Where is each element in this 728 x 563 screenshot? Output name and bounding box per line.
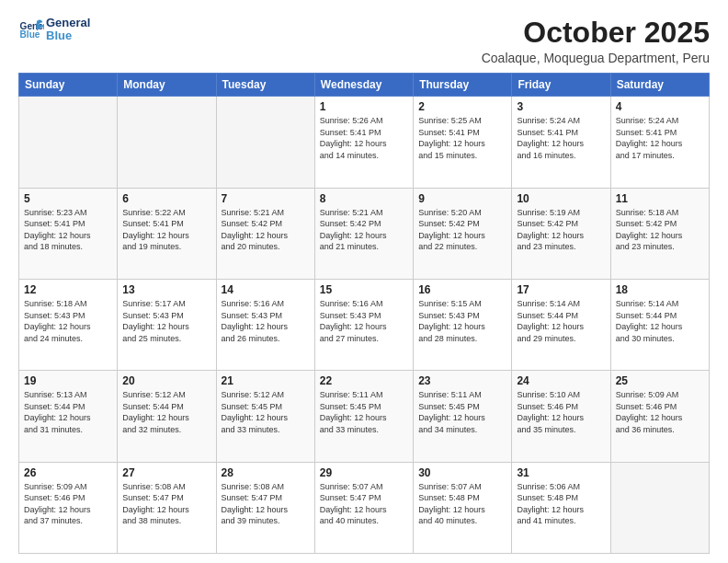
calendar-cell-3-5: 24Sunrise: 5:10 AM Sunset: 5:46 PM Dayli… <box>512 371 610 462</box>
location-subtitle: Coalaque, Moquegua Department, Peru <box>482 51 710 65</box>
day-number: 19 <box>24 374 112 387</box>
day-info: Sunrise: 5:11 AM Sunset: 5:45 PM Dayligh… <box>320 389 408 435</box>
day-info: Sunrise: 5:23 AM Sunset: 5:41 PM Dayligh… <box>24 207 112 253</box>
day-number: 4 <box>616 100 704 113</box>
day-number: 1 <box>320 100 408 113</box>
day-info: Sunrise: 5:24 AM Sunset: 5:41 PM Dayligh… <box>517 115 605 161</box>
calendar-cell-3-1: 20Sunrise: 5:12 AM Sunset: 5:44 PM Dayli… <box>118 371 216 462</box>
calendar-cell-4-1: 27Sunrise: 5:08 AM Sunset: 5:47 PM Dayli… <box>118 462 216 553</box>
calendar-cell-2-4: 16Sunrise: 5:15 AM Sunset: 5:43 PM Dayli… <box>414 279 512 370</box>
day-number: 20 <box>122 374 210 387</box>
title-block: October 2025 Coalaque, Moquegua Departme… <box>482 17 710 65</box>
day-info: Sunrise: 5:16 AM Sunset: 5:43 PM Dayligh… <box>320 298 408 344</box>
logo-text-general: General <box>46 17 90 29</box>
col-friday: Friday <box>512 74 610 97</box>
logo-icon: General Blue <box>18 17 44 42</box>
day-number: 27 <box>122 466 210 479</box>
calendar-cell-4-4: 30Sunrise: 5:07 AM Sunset: 5:48 PM Dayli… <box>414 462 512 553</box>
day-info: Sunrise: 5:14 AM Sunset: 5:44 PM Dayligh… <box>616 298 704 344</box>
day-number: 29 <box>320 466 408 479</box>
calendar-cell-3-6: 25Sunrise: 5:09 AM Sunset: 5:46 PM Dayli… <box>610 371 709 462</box>
calendar-cell-1-2: 7Sunrise: 5:21 AM Sunset: 5:42 PM Daylig… <box>216 188 314 279</box>
day-number: 15 <box>320 283 408 296</box>
day-number: 6 <box>122 192 210 205</box>
page: General Blue General Blue October 2025 C… <box>0 0 728 563</box>
day-info: Sunrise: 5:10 AM Sunset: 5:46 PM Dayligh… <box>517 389 605 435</box>
day-number: 17 <box>517 283 605 296</box>
day-number: 31 <box>517 466 605 479</box>
day-info: Sunrise: 5:09 AM Sunset: 5:46 PM Dayligh… <box>24 481 112 527</box>
col-saturday: Saturday <box>610 74 709 97</box>
day-info: Sunrise: 5:07 AM Sunset: 5:47 PM Dayligh… <box>320 481 408 527</box>
day-info: Sunrise: 5:18 AM Sunset: 5:43 PM Dayligh… <box>24 298 112 344</box>
calendar-cell-2-1: 13Sunrise: 5:17 AM Sunset: 5:43 PM Dayli… <box>118 279 216 370</box>
calendar-cell-2-2: 14Sunrise: 5:16 AM Sunset: 5:43 PM Dayli… <box>216 279 314 370</box>
calendar-cell-4-3: 29Sunrise: 5:07 AM Sunset: 5:47 PM Dayli… <box>314 462 413 553</box>
calendar-cell-0-1 <box>118 97 216 188</box>
day-number: 30 <box>418 466 506 479</box>
day-number: 18 <box>616 283 704 296</box>
svg-text:Blue: Blue <box>20 30 40 40</box>
calendar-cell-2-6: 18Sunrise: 5:14 AM Sunset: 5:44 PM Dayli… <box>610 279 709 370</box>
calendar-cell-4-6 <box>610 462 709 553</box>
calendar-table: Sunday Monday Tuesday Wednesday Thursday… <box>18 73 710 554</box>
week-row-3: 19Sunrise: 5:13 AM Sunset: 5:44 PM Dayli… <box>19 371 710 462</box>
day-number: 21 <box>222 374 310 387</box>
day-info: Sunrise: 5:21 AM Sunset: 5:42 PM Dayligh… <box>320 207 408 253</box>
day-number: 2 <box>418 100 506 113</box>
calendar-cell-1-6: 11Sunrise: 5:18 AM Sunset: 5:42 PM Dayli… <box>610 188 709 279</box>
day-info: Sunrise: 5:24 AM Sunset: 5:41 PM Dayligh… <box>616 115 704 161</box>
day-info: Sunrise: 5:22 AM Sunset: 5:41 PM Dayligh… <box>122 207 210 253</box>
week-row-1: 5Sunrise: 5:23 AM Sunset: 5:41 PM Daylig… <box>19 188 710 279</box>
day-info: Sunrise: 5:13 AM Sunset: 5:44 PM Dayligh… <box>24 389 112 435</box>
calendar-cell-1-0: 5Sunrise: 5:23 AM Sunset: 5:41 PM Daylig… <box>19 188 118 279</box>
calendar-cell-2-0: 12Sunrise: 5:18 AM Sunset: 5:43 PM Dayli… <box>19 279 118 370</box>
day-number: 8 <box>320 192 408 205</box>
day-info: Sunrise: 5:15 AM Sunset: 5:43 PM Dayligh… <box>418 298 506 344</box>
day-info: Sunrise: 5:20 AM Sunset: 5:42 PM Dayligh… <box>418 207 506 253</box>
day-number: 16 <box>418 283 506 296</box>
calendar-cell-1-4: 9Sunrise: 5:20 AM Sunset: 5:42 PM Daylig… <box>414 188 512 279</box>
day-info: Sunrise: 5:12 AM Sunset: 5:45 PM Dayligh… <box>222 389 310 435</box>
week-row-0: 1Sunrise: 5:26 AM Sunset: 5:41 PM Daylig… <box>19 97 710 188</box>
day-info: Sunrise: 5:19 AM Sunset: 5:42 PM Dayligh… <box>517 207 605 253</box>
logo-text-blue: Blue <box>46 29 90 42</box>
calendar-cell-1-1: 6Sunrise: 5:22 AM Sunset: 5:41 PM Daylig… <box>118 188 216 279</box>
header-row: Sunday Monday Tuesday Wednesday Thursday… <box>19 74 710 97</box>
col-sunday: Sunday <box>19 74 118 97</box>
calendar-cell-0-3: 1Sunrise: 5:26 AM Sunset: 5:41 PM Daylig… <box>314 97 413 188</box>
calendar-cell-3-3: 22Sunrise: 5:11 AM Sunset: 5:45 PM Dayli… <box>314 371 413 462</box>
day-number: 25 <box>616 374 704 387</box>
day-number: 10 <box>517 192 605 205</box>
day-info: Sunrise: 5:21 AM Sunset: 5:42 PM Dayligh… <box>222 207 310 253</box>
day-info: Sunrise: 5:25 AM Sunset: 5:41 PM Dayligh… <box>418 115 506 161</box>
calendar-cell-0-0 <box>19 97 118 188</box>
month-title: October 2025 <box>482 17 710 49</box>
day-info: Sunrise: 5:07 AM Sunset: 5:48 PM Dayligh… <box>418 481 506 527</box>
day-info: Sunrise: 5:11 AM Sunset: 5:45 PM Dayligh… <box>418 389 506 435</box>
day-number: 3 <box>517 100 605 113</box>
calendar-cell-0-4: 2Sunrise: 5:25 AM Sunset: 5:41 PM Daylig… <box>414 97 512 188</box>
day-number: 12 <box>24 283 112 296</box>
calendar-cell-4-0: 26Sunrise: 5:09 AM Sunset: 5:46 PM Dayli… <box>19 462 118 553</box>
day-info: Sunrise: 5:16 AM Sunset: 5:43 PM Dayligh… <box>222 298 310 344</box>
day-info: Sunrise: 5:08 AM Sunset: 5:47 PM Dayligh… <box>222 481 310 527</box>
day-info: Sunrise: 5:18 AM Sunset: 5:42 PM Dayligh… <box>616 207 704 253</box>
day-number: 5 <box>24 192 112 205</box>
logo: General Blue General Blue <box>18 17 90 43</box>
col-thursday: Thursday <box>414 74 512 97</box>
calendar-cell-2-5: 17Sunrise: 5:14 AM Sunset: 5:44 PM Dayli… <box>512 279 610 370</box>
calendar-cell-0-6: 4Sunrise: 5:24 AM Sunset: 5:41 PM Daylig… <box>610 97 709 188</box>
calendar-cell-3-4: 23Sunrise: 5:11 AM Sunset: 5:45 PM Dayli… <box>414 371 512 462</box>
day-number: 14 <box>222 283 310 296</box>
calendar-cell-0-2 <box>216 97 314 188</box>
day-info: Sunrise: 5:14 AM Sunset: 5:44 PM Dayligh… <box>517 298 605 344</box>
day-number: 9 <box>418 192 506 205</box>
day-info: Sunrise: 5:12 AM Sunset: 5:44 PM Dayligh… <box>122 389 210 435</box>
day-info: Sunrise: 5:17 AM Sunset: 5:43 PM Dayligh… <box>122 298 210 344</box>
calendar-cell-2-3: 15Sunrise: 5:16 AM Sunset: 5:43 PM Dayli… <box>314 279 413 370</box>
day-number: 26 <box>24 466 112 479</box>
calendar-cell-3-0: 19Sunrise: 5:13 AM Sunset: 5:44 PM Dayli… <box>19 371 118 462</box>
calendar-body: 1Sunrise: 5:26 AM Sunset: 5:41 PM Daylig… <box>19 97 710 554</box>
day-number: 22 <box>320 374 408 387</box>
